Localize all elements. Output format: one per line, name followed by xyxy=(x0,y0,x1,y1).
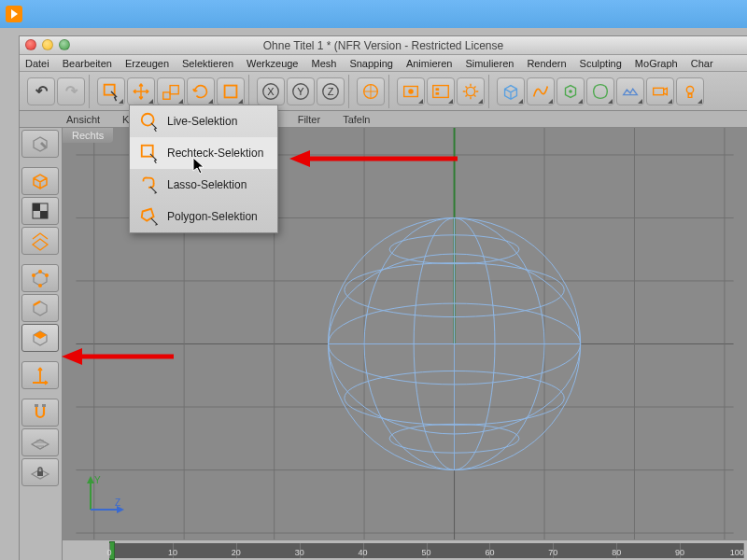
texture-mode-button[interactable] xyxy=(21,197,59,225)
select-rect-button[interactable] xyxy=(97,77,125,105)
model-mode-button[interactable] xyxy=(21,167,59,195)
coord-system-button[interactable] xyxy=(357,77,385,105)
redo-button[interactable]: ↷ xyxy=(57,77,85,105)
svg-point-16 xyxy=(466,87,474,95)
svg-rect-13 xyxy=(433,85,449,97)
window-title: Ohne Titel 1 * (NFR Version - Restricted… xyxy=(263,39,503,52)
workplane-mode-button[interactable] xyxy=(21,227,59,255)
axis-gizmo: Y Z xyxy=(81,472,128,523)
svg-point-12 xyxy=(408,89,414,94)
svg-rect-21 xyxy=(33,203,40,211)
svg-rect-15 xyxy=(436,91,440,94)
annotation-arrow-top xyxy=(289,147,458,174)
svg-text:Y: Y xyxy=(94,475,101,485)
polygon-selection-icon xyxy=(139,206,160,227)
mode-toolbar xyxy=(20,128,63,560)
light-button[interactable] xyxy=(676,77,704,105)
popup-label: Lasso-Selektion xyxy=(167,178,247,191)
host-titlebar xyxy=(0,0,747,28)
render-settings-button[interactable] xyxy=(457,77,485,105)
popup-live-selection[interactable]: Live-Selektion xyxy=(130,105,277,137)
menu-snapping[interactable]: Snapping xyxy=(349,58,393,69)
menu-simulieren[interactable]: Simulieren xyxy=(465,58,514,69)
menu-bearbeiten[interactable]: Bearbeiten xyxy=(63,58,112,69)
snap-button[interactable] xyxy=(21,399,59,427)
menu-rendern[interactable]: Rendern xyxy=(527,58,566,69)
axis-mode-button[interactable] xyxy=(21,361,59,389)
menu-sculpting[interactable]: Sculpting xyxy=(580,58,622,69)
scale-button[interactable] xyxy=(157,77,185,105)
popup-label: Live-Selektion xyxy=(167,115,237,128)
popup-polygon-selection[interactable]: Polygon-Selektion xyxy=(130,201,277,232)
vp-menu-ansicht[interactable]: Ansicht xyxy=(66,114,100,125)
selection-tool-popup: Live-Selektion Rechteck-Selektion Lasso-… xyxy=(129,105,278,233)
titlebar: Ohne Titel 1 * (NFR Version - Restricted… xyxy=(20,36,747,55)
locked-workplane-button[interactable] xyxy=(21,458,59,486)
deformer-button[interactable] xyxy=(586,77,614,105)
svg-rect-27 xyxy=(35,404,38,407)
render-view-button[interactable] xyxy=(397,77,425,105)
popup-lasso-selection[interactable]: Lasso-Selektion xyxy=(130,169,277,201)
svg-rect-3 xyxy=(225,85,237,97)
generator-button[interactable] xyxy=(557,77,585,105)
svg-point-23 xyxy=(32,273,35,277)
popup-rect-selection[interactable]: Rechteck-Selektion xyxy=(130,137,277,169)
axis-z-button[interactable]: Z xyxy=(317,77,345,105)
annotation-arrow-left xyxy=(62,345,174,371)
menu-datei[interactable]: Datei xyxy=(25,58,49,69)
popup-label: Polygon-Selektion xyxy=(167,210,258,223)
sphere-wireframe[interactable] xyxy=(329,217,581,469)
menu-erzeugen[interactable]: Erzeugen xyxy=(125,58,169,69)
point-mode-button[interactable] xyxy=(21,264,59,292)
svg-text:Z: Z xyxy=(115,497,120,508)
rect-selection-icon xyxy=(139,143,160,163)
axis-y-button[interactable]: Y xyxy=(287,77,315,105)
render-pv-button[interactable] xyxy=(427,77,455,105)
lasso-selection-icon xyxy=(139,175,160,195)
menu-mesh[interactable]: Mesh xyxy=(311,58,336,69)
spline-button[interactable] xyxy=(527,77,555,105)
menu-werkzeuge[interactable]: Werkzeuge xyxy=(247,58,298,69)
menu-mograph[interactable]: MoGraph xyxy=(635,58,678,69)
svg-text:Y: Y xyxy=(297,85,304,96)
popup-label: Rechteck-Selektion xyxy=(167,147,263,160)
live-selection-icon xyxy=(139,111,160,132)
menu-animieren[interactable]: Animieren xyxy=(406,58,453,69)
app-window: Ohne Titel 1 * (NFR Version - Restricted… xyxy=(19,35,747,560)
edge-mode-button[interactable] xyxy=(21,294,59,322)
menu-selektieren[interactable]: Selektieren xyxy=(182,58,233,69)
rotate-button[interactable] xyxy=(187,77,215,105)
axis-x-button[interactable]: X xyxy=(257,77,285,105)
svg-rect-29 xyxy=(37,471,43,476)
close-button[interactable] xyxy=(25,39,36,50)
svg-marker-65 xyxy=(289,150,310,167)
dropdown-indicator-icon xyxy=(119,99,123,104)
svg-marker-67 xyxy=(62,348,82,365)
camera-button[interactable] xyxy=(646,77,674,105)
make-editable-button[interactable] xyxy=(21,130,59,158)
svg-text:X: X xyxy=(267,85,275,96)
svg-text:Z: Z xyxy=(328,85,334,96)
play-icon xyxy=(6,6,22,22)
timeline[interactable]: 0 10 20 30 40 50 60 70 80 90 100 xyxy=(63,539,747,560)
zoom-button[interactable] xyxy=(59,39,70,50)
svg-rect-2 xyxy=(170,85,178,93)
workplane-snap-button[interactable] xyxy=(21,428,59,456)
svg-point-26 xyxy=(38,284,42,287)
polygon-mode-button[interactable] xyxy=(21,324,59,352)
vp-menu-tafeln[interactable]: Tafeln xyxy=(343,114,370,125)
undo-button[interactable]: ↶ xyxy=(27,77,55,105)
menu-char[interactable]: Char xyxy=(691,58,713,69)
last-tool-button[interactable] xyxy=(217,77,245,105)
minimize-button[interactable] xyxy=(42,39,53,50)
vp-menu-filter[interactable]: Filter xyxy=(298,114,320,125)
primitive-cube-button[interactable] xyxy=(497,77,525,105)
svg-rect-22 xyxy=(40,211,48,218)
svg-marker-57 xyxy=(87,476,94,483)
svg-point-19 xyxy=(686,86,693,92)
timeline-track[interactable]: 0 10 20 30 40 50 60 70 80 90 100 xyxy=(109,543,743,558)
move-button[interactable] xyxy=(127,77,155,105)
svg-rect-28 xyxy=(42,404,46,407)
window-controls xyxy=(25,39,70,50)
environment-button[interactable] xyxy=(616,77,644,105)
